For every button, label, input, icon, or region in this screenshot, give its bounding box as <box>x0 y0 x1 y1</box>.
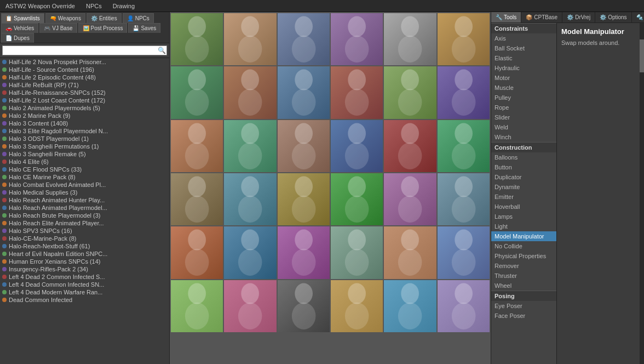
tool-item[interactable]: Slider <box>491 112 556 122</box>
tool-item[interactable]: No Collide <box>491 241 556 251</box>
tool-item[interactable]: Emitter <box>491 192 556 202</box>
thumb-cell[interactable] <box>438 13 490 65</box>
list-item[interactable]: Halo 3 ODST Playermodel (1) <box>0 135 169 143</box>
thumb-cell[interactable] <box>384 226 436 278</box>
list-item[interactable]: Halo-CE-Marine-Pack (8) <box>0 235 169 242</box>
thumb-cell[interactable] <box>278 66 330 118</box>
right-tab-cptbase[interactable]: 📦CPTBase <box>521 12 562 22</box>
thumb-cell[interactable] <box>171 120 223 172</box>
thumb-cell[interactable] <box>278 173 330 225</box>
list-item[interactable]: Halo 3 Elite Ragdoll Playermodel N... <box>0 127 169 135</box>
tool-item[interactable]: Axis <box>491 33 556 43</box>
thumb-cell[interactable] <box>278 226 330 278</box>
search-input[interactable] <box>2 46 167 55</box>
list-item[interactable]: Halo Reach Animated Hunter Play... <box>0 196 169 204</box>
thumb-cell[interactable] <box>331 66 383 118</box>
list-item[interactable]: Halo 2 Marine Pack (9) <box>0 112 169 120</box>
tab-post-process[interactable]: 🖼️Post Process <box>78 23 128 33</box>
tool-item[interactable]: Wheel <box>491 281 556 291</box>
tool-item[interactable]: Button <box>491 162 556 172</box>
list-item[interactable]: Half-Life 2 Episodic Content (48) <box>0 73 169 81</box>
thumb-cell[interactable] <box>438 280 490 332</box>
thumb-cell[interactable] <box>384 66 436 118</box>
thumb-cell[interactable] <box>331 280 383 332</box>
menu-astw2[interactable]: ASTW2 Weapon Override <box>3 2 77 10</box>
list-item[interactable]: Halo SPV3 SNPCs (16) <box>0 227 169 235</box>
tool-item[interactable]: Hydraulic <box>491 63 556 73</box>
tool-item[interactable]: Thruster <box>491 271 556 281</box>
list-item[interactable]: Halo Reach Animated Playermodel... <box>0 204 169 212</box>
tool-item[interactable]: Muscle <box>491 83 556 93</box>
thumb-cell[interactable] <box>384 13 436 65</box>
list-item[interactable]: Halo Medical Supplies (3) <box>0 189 169 196</box>
tool-item[interactable]: Face Poser <box>491 311 556 321</box>
thumb-cell[interactable] <box>224 226 276 278</box>
tab-spawnlists[interactable]: 📋Spawnlists <box>1 13 44 23</box>
list-item[interactable]: Half-Life 2 Nova Prospekt Prisoner... <box>0 58 169 66</box>
right-tab-utilities[interactable]: 🔩Utilities <box>632 12 644 22</box>
tool-item[interactable]: Light <box>491 221 556 231</box>
thumb-cell[interactable] <box>224 120 276 172</box>
thumb-cell[interactable] <box>224 280 276 332</box>
tool-item[interactable]: Hoverball <box>491 202 556 212</box>
tab-dupes[interactable]: 📄Dupes <box>1 33 34 43</box>
thumb-cell[interactable] <box>171 173 223 225</box>
tool-item[interactable]: Pulley <box>491 93 556 103</box>
thumb-cell[interactable] <box>438 120 490 172</box>
tab-weapons[interactable]: 🔫Weapons <box>45 13 85 23</box>
tool-item[interactable]: Ball Socket <box>491 43 556 53</box>
menu-drawing[interactable]: Drawing <box>111 2 137 10</box>
list-item[interactable]: Halo Reach Elite Animated Player... <box>0 219 169 227</box>
thumb-cell[interactable] <box>278 13 330 65</box>
list-item[interactable]: Halo Combat Evolved Animated Pl... <box>0 181 169 189</box>
list-item[interactable]: Halo 3 Sangheili Remake (5) <box>0 150 169 158</box>
thumb-cell[interactable] <box>171 66 223 118</box>
list-item[interactable]: Half-Life ReBuilt (RP) (71) <box>0 81 169 89</box>
thumb-grid-wrapper[interactable] <box>170 12 491 364</box>
tool-item[interactable]: Remover <box>491 261 556 271</box>
tool-item[interactable]: Lamps <box>491 212 556 221</box>
thumb-cell[interactable] <box>171 13 223 65</box>
thumb-cell[interactable] <box>331 226 383 278</box>
tool-item[interactable]: Dynamite <box>491 182 556 192</box>
list-item[interactable]: Heart of Evil Napalm Edition SNPC... <box>0 250 169 258</box>
tool-item[interactable]: Eye Poser <box>491 301 556 311</box>
list-item[interactable]: Halo-Reach-Nextbot-Stuff (61) <box>0 242 169 250</box>
thumb-cell[interactable] <box>278 280 330 332</box>
thumb-cell[interactable] <box>224 173 276 225</box>
tab-entities[interactable]: ⚙️Entities <box>87 13 122 23</box>
tools-list[interactable]: ConstraintsAxisBall SocketElasticHydraul… <box>491 23 557 364</box>
thumb-cell[interactable] <box>438 226 490 278</box>
tab-saves[interactable]: 💾Saves <box>128 23 160 33</box>
tool-item[interactable]: Motor <box>491 73 556 83</box>
tool-item[interactable]: Elastic <box>491 53 556 63</box>
tool-item[interactable]: Model Manipulator <box>491 231 556 241</box>
thumb-cell[interactable] <box>171 226 223 278</box>
list-item[interactable]: Insurgency-Rifles-Pack 2 (34) <box>0 265 169 273</box>
list-item[interactable]: Half-Life-Renaissance-SNPCs (152) <box>0 89 169 96</box>
tool-item[interactable]: Physical Properties <box>491 251 556 261</box>
thumb-cell[interactable] <box>384 173 436 225</box>
list-item[interactable]: Half-Life 2 Lost Coast Content (172) <box>0 96 169 104</box>
thumb-cell[interactable] <box>384 120 436 172</box>
thumb-cell[interactable] <box>224 66 276 118</box>
thumb-cell[interactable] <box>171 280 223 332</box>
list-item[interactable]: Dead Common Infected <box>0 296 169 304</box>
thumb-cell[interactable] <box>384 280 436 332</box>
right-tab-tools[interactable]: 🔧Tools <box>491 12 521 22</box>
thumb-cell[interactable] <box>331 173 383 225</box>
thumb-cell[interactable] <box>331 13 383 65</box>
thumb-cell[interactable] <box>438 173 490 225</box>
tab-npcs[interactable]: 👤NPCs <box>123 13 154 23</box>
list-item[interactable]: Halo 3 Content (1408) <box>0 120 169 127</box>
list-item[interactable]: Halo 2 Animated Playermodels (5) <box>0 104 169 112</box>
menu-npcs[interactable]: NPCs <box>84 2 104 10</box>
list-item[interactable]: Halo Reach Brute Playermodel (3) <box>0 212 169 219</box>
tab-vj-base[interactable]: 🎮VJ Base <box>39 23 77 33</box>
list-item[interactable]: Human Error Xenians SNPCs (14) <box>0 258 169 265</box>
list-item[interactable]: Left 4 Dead 2 Common Infected S... <box>0 273 169 281</box>
list-item[interactable]: Halo 4 Elite (6) <box>0 158 169 166</box>
tab-vehicles[interactable]: 🚗Vehicles <box>1 23 38 33</box>
thumb-cell[interactable] <box>224 13 276 65</box>
right-tab-options[interactable]: ⚙️Options <box>595 12 631 22</box>
